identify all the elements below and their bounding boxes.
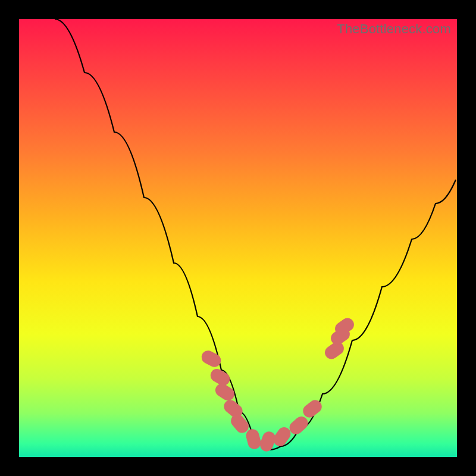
curve-path — [55, 19, 456, 450]
chart-frame: TheBottleneck.com — [0, 0, 476, 476]
bottleneck-curve — [19, 19, 457, 457]
chart-plot-area: TheBottleneck.com — [19, 19, 457, 457]
